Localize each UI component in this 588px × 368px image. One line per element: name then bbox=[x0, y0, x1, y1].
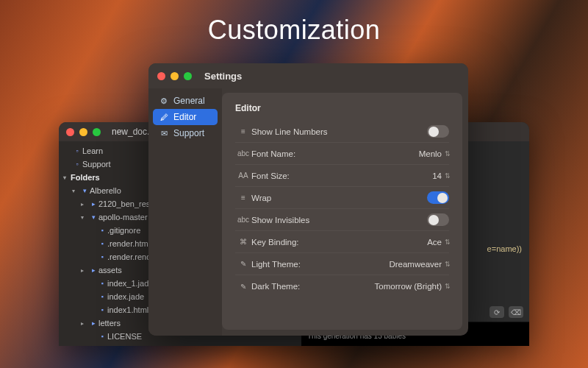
sidebar-item-label: Learn bbox=[82, 146, 103, 155]
folder-open-icon: ▾ bbox=[79, 187, 90, 194]
editor-icon: 🖉 bbox=[159, 113, 169, 121]
file-icon: ▪ bbox=[97, 240, 107, 247]
tree-item-label: letters bbox=[98, 319, 121, 328]
file-icon: ▪ bbox=[97, 306, 107, 314]
nav-item-label: Support bbox=[173, 128, 204, 138]
select-dark-theme-[interactable]: Tomorrow (Bright)⇅ bbox=[375, 282, 449, 291]
chevron-icon: ▾ bbox=[72, 188, 79, 194]
toggle-show-line-numbers[interactable] bbox=[427, 125, 449, 138]
select-value: Menlo bbox=[419, 149, 442, 158]
chevron-icon: ▸ bbox=[81, 320, 88, 327]
select-light-theme-[interactable]: Dreamweaver⇅ bbox=[389, 260, 449, 269]
file-icon: ▪ bbox=[97, 253, 107, 261]
maximize-icon[interactable] bbox=[93, 128, 101, 136]
nav-item-general[interactable]: ⚙General bbox=[153, 93, 218, 109]
minimize-icon[interactable] bbox=[79, 128, 87, 136]
setting-row: ✎Light Theme:Dreamweaver⇅ bbox=[235, 253, 449, 275]
file-icon: ▪ bbox=[97, 333, 107, 340]
select-font-name-[interactable]: Menlo⇅ bbox=[419, 149, 449, 158]
tree-item-label: LICENSE bbox=[107, 332, 142, 341]
setting-row: ≡Show Line Numbers bbox=[235, 121, 449, 143]
select-value: Tomorrow (Bright) bbox=[375, 282, 442, 291]
stepper-icon: ⇅ bbox=[445, 150, 449, 158]
folders-heading-label: Folders bbox=[71, 173, 100, 182]
stepper-icon: ⇅ bbox=[445, 261, 449, 268]
select-value: Ace bbox=[427, 238, 442, 247]
stepper-icon: ⇅ bbox=[445, 283, 449, 290]
tree-item-label: index_1.jade bbox=[107, 279, 153, 288]
setting-row-icon: ✎ bbox=[235, 283, 251, 291]
setting-row-icon: ⌘ bbox=[235, 238, 251, 246]
select-font-size-[interactable]: 14⇅ bbox=[432, 171, 449, 180]
file-icon: ▪ bbox=[97, 227, 107, 234]
book-icon: ▫ bbox=[72, 147, 82, 155]
terminal-clear-button[interactable]: ⌫ bbox=[509, 306, 523, 318]
hero-title: Customization bbox=[0, 15, 588, 46]
file-icon: ▪ bbox=[97, 293, 107, 300]
setting-row-label: Light Theme: bbox=[251, 260, 389, 269]
settings-titlebar: Settings bbox=[148, 63, 468, 88]
toggle-wrap[interactable] bbox=[427, 191, 449, 204]
stepper-icon: ⇅ bbox=[445, 238, 449, 246]
minimize-icon[interactable] bbox=[171, 72, 179, 80]
setting-row-label: Dark Theme: bbox=[251, 282, 375, 291]
select-value: Dreamweaver bbox=[389, 260, 442, 269]
nav-item-support[interactable]: ✉Support bbox=[153, 125, 218, 141]
folder-icon: ▸ bbox=[88, 200, 98, 208]
setting-row-icon: ≡ bbox=[235, 127, 251, 135]
nav-item-label: General bbox=[173, 96, 205, 106]
chevron-icon: ▾ bbox=[81, 214, 88, 221]
tree-item-label: index.jade bbox=[107, 292, 144, 301]
file-icon: ▪ bbox=[97, 280, 107, 287]
close-icon[interactable] bbox=[157, 72, 165, 80]
settings-sidebar: ⚙General🖉Editor✉Support bbox=[148, 88, 222, 336]
setting-row-label: Font Name: bbox=[251, 149, 419, 158]
setting-row-label: Font Size: bbox=[251, 171, 432, 180]
setting-row-icon: AA bbox=[235, 171, 251, 180]
settings-window-title: Settings bbox=[204, 71, 242, 82]
settings-section-title: Editor bbox=[235, 103, 449, 113]
tree-item-label: README.md bbox=[107, 345, 155, 346]
chevron-icon: ▸ bbox=[81, 267, 88, 274]
sidebar-item-label: Support bbox=[82, 160, 111, 169]
tree-item-label: .render.html bbox=[107, 239, 150, 248]
setting-row-icon: ✎ bbox=[235, 260, 251, 268]
folder-open-icon: ▾ bbox=[88, 213, 98, 221]
setting-row: abcShow Invisibles bbox=[235, 209, 449, 231]
folder-icon: ▸ bbox=[88, 266, 98, 274]
setting-row-icon: abc bbox=[235, 216, 251, 224]
chevron-icon: ▸ bbox=[81, 201, 88, 208]
settings-content: Editor ≡Show Line NumbersabcFont Name:Me… bbox=[222, 93, 462, 330]
stepper-icon: ⇅ bbox=[445, 172, 449, 180]
setting-row-label: Show Line Numbers bbox=[251, 127, 427, 136]
setting-row-label: Key Binding: bbox=[251, 238, 427, 247]
close-icon[interactable] bbox=[66, 128, 74, 136]
setting-row: ≡Wrap bbox=[235, 187, 449, 209]
support-icon: ✉ bbox=[159, 129, 169, 138]
select-key-binding-[interactable]: Ace⇅ bbox=[427, 238, 449, 247]
nav-item-label: Editor bbox=[173, 112, 196, 122]
nav-item-editor[interactable]: 🖉Editor bbox=[153, 109, 218, 125]
tree-item-label: apollo-master bbox=[98, 213, 148, 222]
tree-item-label: .gitignore bbox=[107, 226, 140, 235]
general-icon: ⚙ bbox=[159, 96, 169, 106]
setting-row-label: Wrap bbox=[251, 194, 427, 202]
terminal-refresh-button[interactable]: ⟳ bbox=[490, 306, 504, 318]
folder-icon: ▸ bbox=[88, 319, 98, 327]
setting-row-label: Show Invisibles bbox=[251, 216, 427, 224]
toggle-show-invisibles[interactable] bbox=[427, 213, 449, 226]
setting-row-icon: ≡ bbox=[235, 194, 251, 202]
setting-row: abcFont Name:Menlo⇅ bbox=[235, 143, 449, 165]
setting-row: ⌘Key Binding:Ace⇅ bbox=[235, 231, 449, 253]
tree-item-label: assets bbox=[98, 266, 122, 275]
tree-item-label: Alberello bbox=[90, 186, 121, 195]
setting-row: ✎Dark Theme:Tomorrow (Bright)⇅ bbox=[235, 275, 449, 297]
code-fragment: e=name)) bbox=[487, 244, 522, 253]
setting-row: AAFont Size:14⇅ bbox=[235, 165, 449, 187]
tree-item-label: index1.html bbox=[107, 305, 148, 314]
book-icon: ▫ bbox=[72, 160, 82, 168]
maximize-icon[interactable] bbox=[184, 72, 192, 80]
tree-row[interactable]: ▪README.md bbox=[59, 343, 180, 346]
select-value: 14 bbox=[432, 171, 442, 180]
settings-window: Settings ⚙General🖉Editor✉Support Editor … bbox=[148, 63, 468, 336]
